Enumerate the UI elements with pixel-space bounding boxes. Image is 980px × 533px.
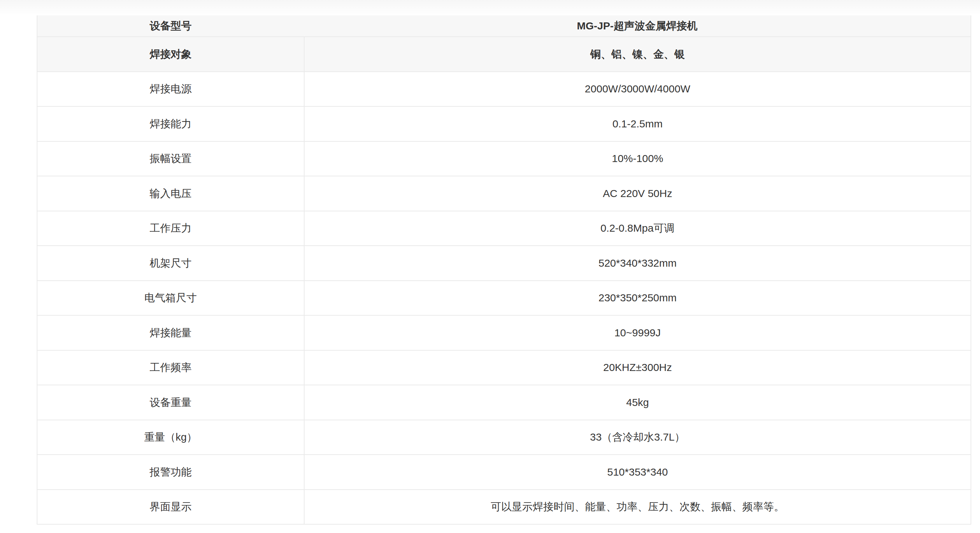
spec-value: 可以显示焊接时间、能量、功率、压力、次数、振幅、频率等。	[304, 490, 970, 524]
table-row: 设备重量 45kg	[37, 385, 970, 420]
spec-value: 20KHZ±300Hz	[304, 351, 970, 385]
table-row: 振幅设置 10%-100%	[37, 141, 970, 176]
spec-label: 振幅设置	[37, 142, 304, 176]
table-row: 报警功能 510*353*340	[37, 454, 970, 489]
table-row: 焊接能力 0.1-2.5mm	[37, 106, 970, 141]
spec-label: 重量（kg）	[37, 420, 304, 455]
spec-label: 焊接对象	[37, 37, 304, 72]
table-row: 界面显示 可以显示焊接时间、能量、功率、压力、次数、振幅、频率等。	[37, 489, 970, 524]
spec-value: 10%-100%	[304, 142, 970, 176]
spec-label: 焊接能量	[37, 316, 304, 350]
table-row: 焊接电源 2000W/3000W/4000W	[37, 72, 970, 106]
table-row: 工作压力 0.2-0.8Mpa可调	[37, 211, 970, 246]
spec-label: 焊接电源	[37, 72, 304, 106]
spec-label: 工作频率	[37, 351, 304, 385]
spec-label: 机架尺寸	[37, 246, 304, 280]
spec-value: 0.1-2.5mm	[304, 107, 970, 141]
spec-table: 设备型号 MG-JP-超声波金属焊接机 焊接对象 铜、铝、镍、金、银 焊接电源 …	[37, 15, 971, 525]
spec-label: 输入电压	[37, 176, 304, 211]
table-row: 重量（kg） 33（含冷却水3.7L）	[37, 420, 970, 455]
spec-value: 0.2-0.8Mpa可调	[304, 211, 970, 246]
table-row: 机架尺寸 520*340*332mm	[37, 245, 970, 280]
spec-label: 焊接能力	[37, 107, 304, 141]
spec-value: AC 220V 50Hz	[304, 176, 970, 211]
table-row: 输入电压 AC 220V 50Hz	[37, 176, 970, 211]
spec-label: 电气箱尺寸	[37, 281, 304, 315]
table-header-row: 设备型号 MG-JP-超声波金属焊接机	[37, 15, 970, 37]
spec-label: 界面显示	[37, 490, 304, 524]
spec-label: 工作压力	[37, 211, 304, 246]
spec-value: 520*340*332mm	[304, 246, 970, 280]
spec-value: 2000W/3000W/4000W	[304, 72, 970, 106]
header-label-cell: 设备型号	[37, 15, 304, 37]
spec-value: 510*353*340	[304, 455, 970, 489]
page: 设备型号 MG-JP-超声波金属焊接机 焊接对象 铜、铝、镍、金、银 焊接电源 …	[0, 0, 980, 533]
spec-label: 设备重量	[37, 385, 304, 420]
header-value-cell: MG-JP-超声波金属焊接机	[304, 15, 970, 37]
table-row: 电气箱尺寸 230*350*250mm	[37, 280, 970, 315]
spec-label: 报警功能	[37, 455, 304, 489]
top-shadow-band	[0, 0, 980, 15]
spec-value: 45kg	[304, 385, 970, 420]
spec-value: 33（含冷却水3.7L）	[304, 420, 970, 455]
table-row: 焊接对象 铜、铝、镍、金、银	[37, 37, 970, 72]
spec-value: 铜、铝、镍、金、银	[304, 37, 970, 72]
table-row: 焊接能量 10~9999J	[37, 315, 970, 350]
spec-value: 10~9999J	[304, 316, 970, 350]
table-body: 焊接对象 铜、铝、镍、金、银 焊接电源 2000W/3000W/4000W 焊接…	[37, 37, 970, 524]
spec-value: 230*350*250mm	[304, 281, 970, 315]
table-row: 工作频率 20KHZ±300Hz	[37, 350, 970, 385]
